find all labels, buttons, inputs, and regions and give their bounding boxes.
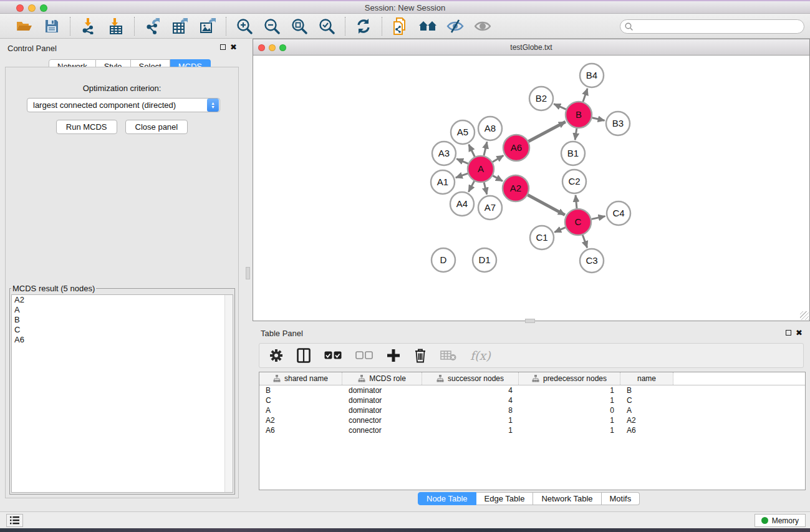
table-cell[interactable]: dominator [342, 406, 422, 415]
table-row[interactable]: Adominator80A [259, 405, 805, 415]
column-header-name[interactable]: name [620, 372, 673, 385]
node-table[interactable]: shared name MCDS role successor nodes pr… [259, 372, 806, 490]
tab-network-table[interactable]: Network Table [533, 492, 601, 505]
add-column-button[interactable] [387, 349, 400, 362]
graph-edge[interactable] [576, 195, 577, 208]
mcds-result-list[interactable]: A2ABCA6 [11, 294, 233, 493]
table-cell[interactable]: 4 [422, 396, 519, 405]
resize-grip[interactable] [800, 311, 809, 320]
graph-edge[interactable] [575, 128, 577, 140]
table-cell[interactable]: A [259, 406, 342, 415]
table-cell[interactable]: 0 [519, 406, 620, 415]
column-header-mcds-role[interactable]: MCDS role [342, 372, 422, 385]
graph-edge[interactable] [484, 142, 487, 155]
open-file-button[interactable] [15, 17, 34, 36]
table-cell[interactable]: C [259, 396, 342, 405]
graph-edge[interactable] [468, 181, 474, 191]
graph-edge[interactable] [554, 104, 566, 110]
graph-edge[interactable] [592, 216, 605, 220]
result-list-item[interactable]: C [12, 325, 233, 335]
table-cell[interactable]: connector [342, 416, 422, 425]
run-mcds-button[interactable]: Run MCDS [56, 120, 117, 134]
tab-motifs[interactable]: Motifs [602, 492, 640, 505]
graph-edge[interactable] [484, 182, 487, 194]
graph-edge[interactable] [493, 176, 503, 181]
table-cell[interactable]: 1 [519, 386, 620, 395]
tab-node-table[interactable]: Node Table [418, 492, 476, 505]
delete-column-button[interactable] [414, 348, 427, 363]
table-cell[interactable]: dominator [342, 396, 422, 405]
table-row[interactable]: Bdominator41B [259, 385, 805, 395]
graph-edge[interactable] [528, 195, 565, 215]
function-builder-button[interactable]: f(x) [470, 349, 491, 362]
table-row[interactable]: A6connector11A6 [259, 425, 805, 435]
table-cell[interactable]: 1 [519, 416, 620, 425]
graph-edge[interactable] [582, 235, 587, 248]
table-row[interactable]: Cdominator41C [259, 395, 805, 405]
graph-edge[interactable] [469, 145, 475, 157]
show-column-button[interactable] [297, 348, 311, 363]
table-cell[interactable]: A2 [259, 416, 342, 425]
table-cell[interactable]: connector [342, 426, 422, 435]
select-all-button[interactable] [324, 351, 342, 360]
table-row[interactable]: A2connector11A2 [259, 415, 805, 425]
table-float-icon[interactable] [786, 330, 791, 336]
network-from-clipboard-button[interactable] [391, 17, 410, 36]
table-cell[interactable]: A [620, 406, 673, 415]
search-input[interactable] [636, 22, 792, 31]
delete-table-button[interactable] [440, 350, 456, 361]
table-cell[interactable]: 4 [422, 386, 519, 395]
zoom-out-button[interactable] [263, 17, 281, 36]
close-panel-icon[interactable]: ✖ [230, 44, 237, 51]
show-all-button[interactable] [473, 17, 492, 36]
table-cell[interactable]: B [259, 386, 342, 395]
graph-edge[interactable] [456, 173, 468, 178]
search-field[interactable] [620, 19, 804, 34]
memory-button[interactable]: Memory [755, 514, 806, 527]
table-cell[interactable]: 1 [519, 396, 620, 405]
table-cell[interactable]: B [620, 386, 673, 395]
graph-edge[interactable] [583, 89, 587, 102]
hide-selected-button[interactable] [446, 17, 465, 36]
column-header-predecessor-nodes[interactable]: predecessor nodes [519, 372, 620, 385]
table-cell[interactable]: dominator [342, 386, 422, 395]
network-window-titlebar[interactable]: testGlobe.txt [253, 39, 809, 56]
close-panel-button[interactable]: Close panel [125, 120, 188, 134]
network-canvas[interactable]: AA1A2A3A4A5A6A7A8BB1B2B3B4CC1C2C3C4DD1 [253, 56, 809, 321]
horizontal-divider-handle[interactable] [525, 319, 535, 323]
refresh-button[interactable] [354, 17, 373, 36]
export-image-button[interactable] [198, 17, 217, 36]
tab-edge-table[interactable]: Edge Table [476, 492, 534, 505]
result-list-scrollbar[interactable] [224, 295, 233, 492]
table-options-button[interactable] [269, 349, 283, 362]
column-header-shared-name[interactable]: shared name [259, 372, 342, 385]
result-list-item[interactable]: B [12, 315, 233, 325]
save-session-button[interactable] [42, 17, 61, 36]
table-cell[interactable]: A6 [259, 426, 342, 435]
export-network-button[interactable] [143, 17, 162, 36]
result-list-item[interactable]: A2 [12, 295, 233, 305]
table-cell[interactable]: 1 [422, 416, 519, 425]
table-cell[interactable]: 8 [422, 406, 519, 415]
graph-edge[interactable] [456, 159, 468, 164]
graph-edge[interactable] [493, 155, 503, 162]
float-panel-icon[interactable] [220, 44, 226, 51]
import-table-button[interactable] [107, 17, 125, 36]
table-cell[interactable]: 1 [422, 426, 519, 435]
zoom-in-button[interactable] [235, 17, 254, 36]
table-close-icon[interactable]: ✖ [796, 329, 803, 337]
graph-edge[interactable] [592, 118, 604, 120]
table-cell[interactable]: A6 [620, 426, 673, 435]
vertical-divider-handle[interactable] [246, 267, 250, 279]
task-history-button[interactable] [6, 514, 23, 527]
graph-edge[interactable] [554, 228, 566, 233]
deselect-all-button[interactable] [355, 351, 373, 360]
zoom-selected-button[interactable] [317, 17, 336, 36]
result-list-item[interactable]: A6 [12, 335, 233, 345]
export-table-button[interactable] [171, 17, 190, 36]
table-cell[interactable]: A2 [620, 416, 673, 425]
table-cell[interactable]: C [620, 396, 673, 405]
first-neighbors-button[interactable] [418, 17, 437, 36]
column-header-successor-nodes[interactable]: successor nodes [422, 372, 519, 385]
result-list-item[interactable]: A [12, 305, 233, 315]
